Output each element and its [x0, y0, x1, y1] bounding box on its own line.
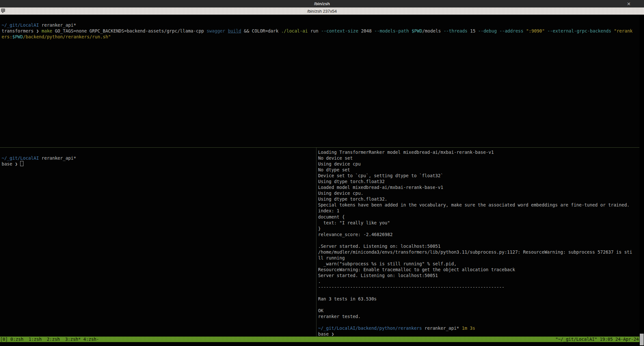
terminal-line: relevance_score: -2.46826982	[318, 232, 638, 237]
statusbar-windows[interactable]: [0] 0:zsh 1:zsh 2:zsh 3:zsh* 4:zsh-	[0, 337, 99, 342]
terminal-line: No dtype set	[318, 167, 638, 173]
terminal-line: Device set to `cpu`, setting dtype to `f…	[318, 173, 638, 179]
terminal-line: text: "I really like you"	[318, 220, 638, 226]
pane-top[interactable]: ~/_git/LocalAI reranker_api*transformers…	[0, 15, 639, 147]
window-titlebar: /bin/zsh ✕	[0, 0, 644, 7]
terminal-line: _warn("subprocess %s is still running" %…	[318, 261, 638, 267]
terminal-line: OK	[318, 308, 638, 313]
tmux-statusbar: [0] 0:zsh 1:zsh 2:zsh 3:zsh* 4:zsh- "~/_…	[0, 337, 639, 342]
terminal-line	[318, 302, 638, 308]
terminal-line: base ❯	[2, 161, 315, 167]
terminal-line: Special tokens have been added in the vo…	[318, 202, 638, 208]
scrollbar[interactable]	[639, 15, 644, 346]
terminal-line: ~/_git/LocalAI reranker_api*	[2, 155, 315, 161]
terminal-line: ----------------------------------------…	[318, 284, 638, 290]
terminal-line: ResourceWarning: Enable tracemalloc to g…	[318, 267, 638, 273]
scrollbar-thumb[interactable]	[640, 334, 644, 345]
terminal-line: ~/_git/LocalAI reranker_api*	[2, 22, 638, 28]
statusbar-path-clock: "~/_git/LocalAI" 19:05 24-Apr-24	[556, 337, 639, 342]
terminal-line: Using device cpu.	[318, 190, 638, 196]
pane-bottom-left[interactable]: ~/_git/LocalAI reranker_api*base ❯	[0, 148, 316, 337]
terminal-line: Using device cpu	[318, 161, 638, 167]
terminal-line: document {	[318, 214, 638, 220]
terminal-line: Server started. Listening on: localhost:…	[318, 273, 638, 278]
terminal-line: base ❯	[318, 331, 638, 337]
tab-bar[interactable]: /bin/zsh 237x54	[0, 7, 644, 15]
terminal-area: ~/_git/LocalAI reranker_api*transformers…	[0, 15, 644, 346]
terminal-line: ~/_git/LocalAI/backend/python/rerankers …	[318, 325, 638, 331]
terminal-line: Using dtype torch.float32.	[318, 196, 638, 202]
terminal-line: .Server started. Listening on: localhost…	[318, 243, 638, 249]
terminal-line: /home/mudler/miniconda3/envs/transformer…	[318, 249, 638, 255]
terminal-line: No device set	[318, 155, 638, 161]
terminal-line: .	[318, 278, 638, 284]
terminal-line: reranker tested.	[318, 313, 638, 319]
terminal-line	[318, 237, 638, 243]
pane-bottom-right[interactable]: Loading TransformerRanker model mixedbre…	[316, 148, 639, 337]
terminal-line: transformers ❯ make GO_TAGS=none GRPC_BA…	[2, 28, 638, 34]
terminal-cursor	[20, 161, 23, 166]
window-title: /bin/zsh	[314, 1, 330, 6]
terminal-line: Using dtype torch.float32	[318, 179, 638, 184]
layout-grid-icon[interactable]	[1, 8, 6, 14]
tab-title: /bin/zsh 237x54	[0, 9, 644, 14]
terminal-line: index: 1	[318, 208, 638, 214]
terminal-line: ll running	[318, 255, 638, 261]
terminal-line	[318, 319, 638, 325]
terminal-window: /bin/zsh ✕ /bin/zsh 237x54 ~/_git/LocalA…	[0, 0, 644, 346]
close-icon[interactable]: ✕	[626, 1, 632, 7]
terminal-line	[2, 16, 638, 22]
terminal-line: }	[318, 226, 638, 232]
terminal-line: Ran 3 tests in 63.530s	[318, 296, 638, 302]
terminal-line: Loading TransformerRanker model mixedbre…	[318, 149, 638, 155]
terminal-line: ers:$PWD/backend/python/rerankers/run.sh…	[2, 34, 638, 40]
terminal-line	[2, 149, 315, 155]
terminal-line	[318, 290, 638, 296]
terminal-line: Loaded model mixedbread-ai/mxbai-rerank-…	[318, 184, 638, 190]
